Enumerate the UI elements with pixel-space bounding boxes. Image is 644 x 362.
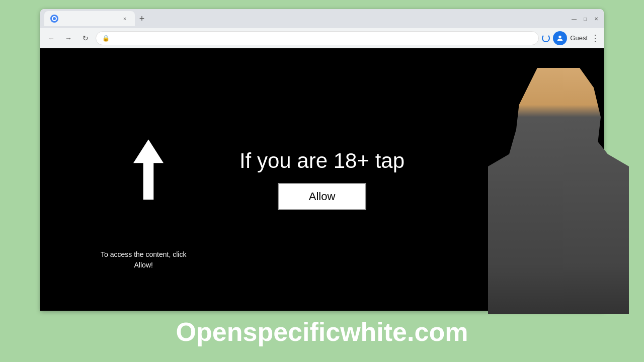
favicon-inner [52, 16, 57, 21]
site-watermark: Openspecificwhite.com [176, 317, 468, 347]
window-controls: — □ ✕ [571, 15, 600, 22]
main-text-area: If you are 18+ tap Allow [239, 149, 405, 210]
tab-close-button[interactable]: × [121, 15, 129, 23]
minimize-button[interactable]: — [571, 15, 578, 22]
bottom-left-text: To access the content, click Allow! [101, 249, 186, 270]
browser-menu-button[interactable]: ⋮ [591, 33, 600, 44]
svg-marker-1 [133, 139, 164, 200]
tab-favicon [50, 15, 58, 23]
back-button[interactable]: ← [44, 31, 58, 45]
profile-area: Guest ⋮ [553, 31, 600, 45]
profile-avatar[interactable] [553, 31, 567, 45]
bottom-text-line2: Allow! [101, 260, 186, 270]
tab-area: × + [44, 9, 569, 28]
headline-text: If you are 18+ tap [239, 149, 405, 173]
up-arrow-icon [131, 139, 166, 206]
refresh-button[interactable]: ↻ [78, 31, 93, 45]
forward-button[interactable]: → [61, 31, 75, 45]
maximize-button[interactable]: □ [582, 15, 589, 22]
svg-point-0 [559, 35, 561, 38]
browser-toolbar: ← → ↻ 🔒 Guest ⋮ [40, 28, 604, 48]
address-bar[interactable]: 🔒 [96, 31, 539, 45]
browser-titlebar: × + — □ ✕ [40, 9, 604, 28]
profile-name: Guest [570, 34, 588, 42]
active-tab[interactable]: × [44, 11, 135, 26]
close-button[interactable]: ✕ [593, 15, 600, 22]
new-tab-button[interactable]: + [135, 12, 149, 26]
loading-indicator [542, 34, 550, 42]
bottom-text-line1: To access the content, click [101, 249, 186, 260]
allow-button[interactable]: Allow [278, 183, 367, 210]
lock-icon: 🔒 [102, 35, 110, 42]
